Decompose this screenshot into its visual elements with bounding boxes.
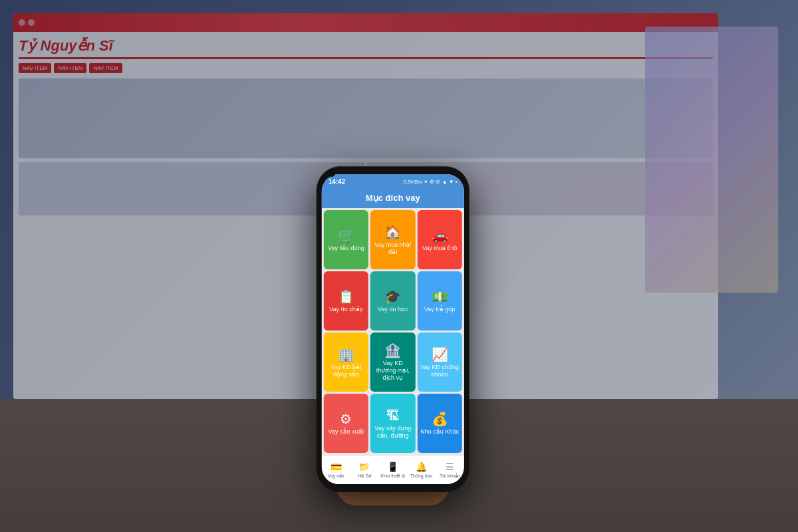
app-title: Mục đích vay [366,193,420,203]
loan-label-vay-san-xuat: Vay sản xuất [329,428,364,436]
loan-icon-vay-mua-oto: 🚗 [432,229,448,242]
bottom-nav-icon-ho-so: 📁 [358,462,370,472]
loan-icon-vay-kd-thuongmai: 🏦 [384,344,401,357]
loan-icon-vay-tieu-dung: 🛒 [338,229,354,242]
loan-label-vay-tin-chap: Vay tín chấp [329,306,362,313]
loan-tile-vay-tieu-dung[interactable]: 🛒 Vay tiêu dùng [324,210,368,269]
bottom-nav-icon-tai-khoan: ☰ [446,462,454,472]
bottom-nav-thong-bao[interactable]: 🔔 Thông báo [407,456,436,484]
bottom-nav-label-tai-khoan: Tài khoản [440,473,460,479]
bottom-nav-vay-von[interactable]: 💳 Vay vốn [322,456,350,484]
loan-label-vay-kd-thuongmai: Vay KD thương mại, dịch vụ [373,360,412,381]
bottom-navigation: 💳 Vay vốn 📁 Hồ Sơ 📱 Khai thiết bị 🔔 Thôn… [322,455,464,484]
bottom-nav-label-ho-so: Hồ Sơ [358,473,371,479]
bottom-nav-icon-thong-bao: 🔔 [416,462,427,472]
phone-device: 14:42 0,5KB/s ✦ ⚙ ⊘ ▲ ▼ ▪ Mục đích vay 🛒… [317,166,469,492]
bottom-nav-icon-khai-thue-ba: 📱 [387,462,398,472]
loan-icon-vay-mua-nha: 🏠 [384,225,401,239]
loan-tile-vay-kd-bds[interactable]: 🏢 Vay KD bất động sản [324,332,368,392]
camera-hole [329,170,335,177]
loan-tile-nhu-cau-khac[interactable]: 💰 Nhu cầu Khác [417,394,462,453]
loan-label-vay-mua-oto: Vay mua ô tô [422,245,457,252]
loan-icon-vay-san-xuat: ⚙ [340,412,352,426]
loan-label-nhu-cau-khac: Nhu cầu Khác [420,428,459,436]
bottom-nav-ho-so[interactable]: 📁 Hồ Sơ [350,456,379,484]
loan-label-vay-tra-gop: Vay trả góp [424,306,455,313]
loan-tile-vay-san-xuat[interactable]: ⚙ Vay sản xuất [324,394,368,453]
loan-icon-vay-tra-gop: 💵 [432,290,448,303]
loan-icon-nhu-cau-khac: 💰 [432,412,448,426]
loan-label-vay-mua-nha: Vay mua nhà/ đất [373,241,412,256]
loan-icon-vay-tin-chap: 📋 [338,290,354,303]
loan-tile-vay-tra-gop[interactable]: 💵 Vay trả góp [417,271,462,331]
loan-grid: 🛒 Vay tiêu dùng 🏠 Vay mua nhà/ đất 🚗 Vay… [322,208,464,455]
loan-icon-vay-kd-chungkhoan: 📈 [432,348,448,361]
loan-tile-vay-kd-thuongmai[interactable]: 🏦 Vay KD thương mại, dịch vụ [370,332,415,392]
loan-icon-vay-xay-dung: 🏗 [386,409,400,422]
bottom-nav-tai-khoan[interactable]: ☰ Tài khoản [436,456,464,484]
app-header: Mục đích vay [322,189,464,208]
loan-label-vay-kd-bds: Vay KD bất động sản [327,364,366,378]
loan-tile-vay-du-hoc[interactable]: 🎓 Vay du học [370,271,415,331]
bottom-nav-label-khai-thue-ba: Khai thiết bị [380,473,405,479]
bottom-nav-label-thong-bao: Thông báo [410,473,432,478]
bottom-nav-icon-vay-von: 💳 [331,462,342,472]
loan-tile-vay-mua-nha[interactable]: 🏠 Vay mua nhà/ đất [370,210,415,269]
loan-tile-vay-xay-dung[interactable]: 🏗 Vay xây dựng cầu, đường [370,394,415,453]
loan-label-vay-xay-dung: Vay xây dựng cầu, đường [373,425,412,440]
loan-label-vay-du-hoc: Vay du học [378,306,408,313]
loan-icon-vay-du-hoc: 🎓 [384,290,401,303]
bottom-nav-khai-thue-ba[interactable]: 📱 Khai thiết bị [378,456,407,484]
status-bar: 14:42 0,5KB/s ✦ ⚙ ⊘ ▲ ▼ ▪ [322,174,464,189]
loan-tile-vay-kd-chungkhoan[interactable]: 📈 Vay KD chứng khoán [417,332,462,392]
phone-screen: 14:42 0,5KB/s ✦ ⚙ ⊘ ▲ ▼ ▪ Mục đích vay 🛒… [322,174,464,484]
loan-label-vay-kd-chungkhoan: Vay KD chứng khoán [420,364,459,378]
loan-tile-vay-mua-oto[interactable]: 🚗 Vay mua ô tô [417,210,462,269]
loan-icon-vay-kd-bds: 🏢 [338,348,354,361]
status-right-info: 0,5KB/s ✦ ⚙ ⊘ ▲ ▼ ▪ [404,179,458,185]
loan-label-vay-tieu-dung: Vay tiêu dùng [328,245,364,252]
status-time: 14:42 [329,178,346,186]
loan-tile-vay-tin-chap[interactable]: 📋 Vay tín chấp [324,271,368,331]
bottom-nav-label-vay-von: Vay vốn [328,473,344,479]
